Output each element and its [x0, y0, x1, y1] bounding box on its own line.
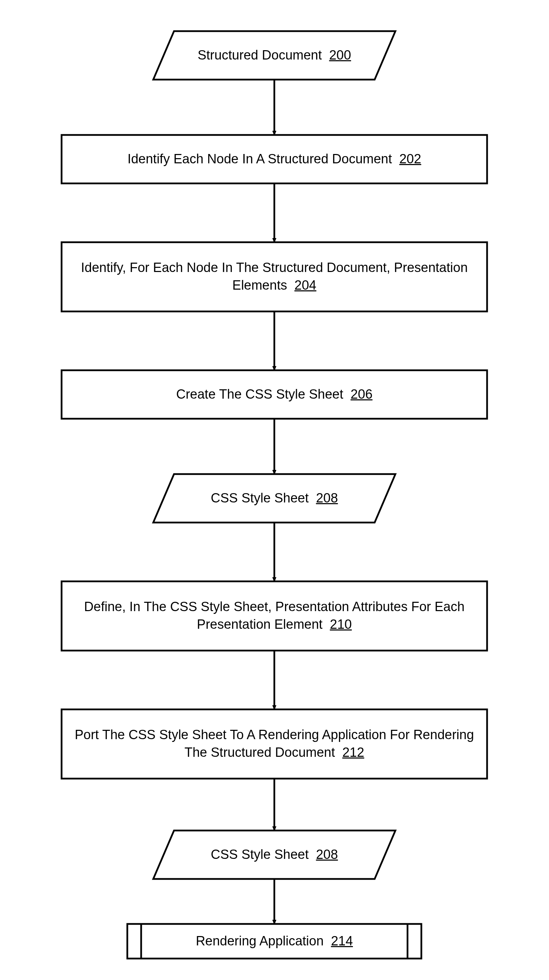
node-label-n208: CSS Style Sheet 208 — [153, 489, 395, 507]
node-text: Port The CSS Style Sheet To A Rendering … — [75, 727, 474, 760]
node-ref: 210 — [330, 617, 352, 632]
node-text: Define, In The CSS Style Sheet, Presenta… — [84, 599, 465, 632]
node-ref: 208 — [316, 847, 338, 862]
node-label-n212: Port The CSS Style Sheet To A Rendering … — [68, 726, 480, 762]
node-text: Identify, For Each Node In The Structure… — [81, 260, 468, 293]
node-ref: 200 — [329, 48, 351, 62]
node-label-n206: Create The CSS Style Sheet 206 — [62, 385, 487, 403]
node-label-n208b: CSS Style Sheet 208 — [153, 846, 395, 863]
node-ref: 214 — [331, 934, 353, 948]
node-label-n214: Rendering Application 214 — [127, 932, 421, 950]
node-text: Create The CSS Style Sheet — [176, 387, 343, 401]
node-label-n200: Structured Document 200 — [153, 46, 395, 64]
node-ref: 206 — [351, 387, 372, 401]
node-label-n210: Define, In The CSS Style Sheet, Presenta… — [68, 598, 480, 633]
node-label-n202: Identify Each Node In A Structured Docum… — [62, 150, 487, 168]
node-ref: 202 — [399, 151, 421, 166]
node-text: CSS Style Sheet — [211, 491, 309, 505]
node-label-n204: Identify, For Each Node In The Structure… — [68, 259, 480, 294]
node-ref: 212 — [342, 745, 364, 760]
node-ref: 208 — [316, 491, 338, 505]
node-text: Identify Each Node In A Structured Docum… — [127, 151, 392, 166]
node-text: Rendering Application — [196, 934, 324, 948]
flowchart: Structured Document 200 Identify Each No… — [0, 0, 549, 980]
node-ref: 204 — [294, 278, 316, 293]
node-text: Structured Document — [198, 48, 322, 62]
node-text: CSS Style Sheet — [211, 847, 309, 862]
